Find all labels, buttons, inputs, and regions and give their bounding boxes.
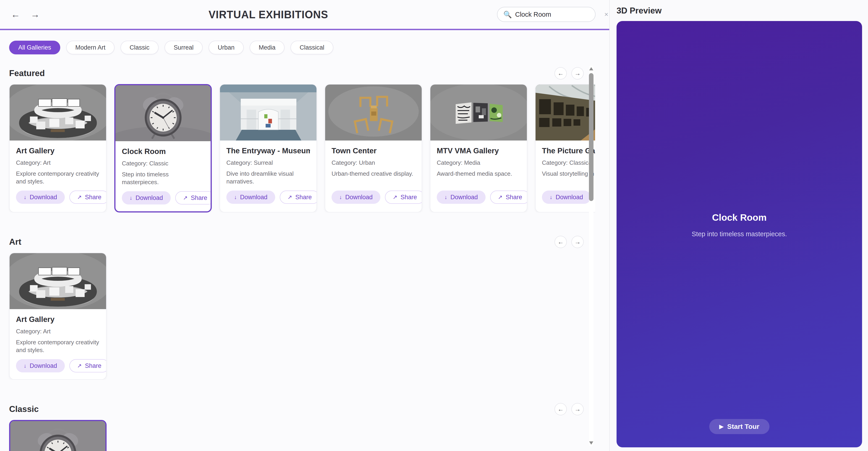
section-title: Featured bbox=[9, 68, 45, 78]
share-icon: ↗ bbox=[77, 194, 82, 200]
download-label: Download bbox=[30, 362, 57, 369]
share-button[interactable]: ↗ Share bbox=[385, 191, 422, 204]
preview-item-subtitle: Step into timeless masterpieces. bbox=[692, 230, 787, 238]
share-button[interactable]: ↗ Share bbox=[280, 191, 317, 204]
filter-chip-urban[interactable]: Urban bbox=[209, 41, 244, 54]
vertical-scrollbar[interactable] bbox=[589, 65, 593, 446]
filter-bar: All Galleries Modern Art Classic Surreal… bbox=[9, 41, 600, 54]
share-button[interactable]: ↗ Share bbox=[175, 191, 212, 204]
share-icon: ↗ bbox=[287, 194, 292, 200]
filter-chip-surreal[interactable]: Surreal bbox=[164, 41, 203, 54]
card-thumbnail-mtv-vma bbox=[430, 85, 527, 141]
download-button[interactable]: ↓ Download bbox=[122, 191, 171, 204]
card-description: Award-themed media space. bbox=[437, 170, 521, 188]
card-category: Category: Media bbox=[437, 159, 521, 166]
download-button[interactable]: ↓ Download bbox=[226, 191, 275, 204]
share-button[interactable]: ↗ Share bbox=[490, 191, 527, 204]
filter-chip-media[interactable]: Media bbox=[250, 41, 285, 54]
art-card-row: Art Gallery Category: Art Explore contem… bbox=[0, 253, 595, 380]
gallery-card-mtv-vma[interactable]: MTV VMA Gallery Category: Media Award-th… bbox=[430, 84, 527, 213]
scroll-down-icon[interactable] bbox=[589, 442, 593, 445]
gallery-card-entryway[interactable]: The Entryway - Museum D... Category: Sur… bbox=[219, 84, 317, 213]
download-icon: ↓ bbox=[24, 194, 27, 200]
download-icon: ↓ bbox=[130, 195, 132, 201]
section-classic: Classic ← → bbox=[0, 403, 609, 451]
carousel-prev-button[interactable]: ← bbox=[555, 67, 567, 80]
card-description: Dive into dreamlike visual narratives. bbox=[226, 170, 310, 188]
card-description: Urban-themed creative display. bbox=[332, 170, 415, 188]
start-tour-label: Start Tour bbox=[727, 423, 760, 430]
card-category: Category: Urban bbox=[332, 159, 415, 166]
download-button[interactable]: ↓ Download bbox=[16, 359, 65, 372]
filter-chip-classic[interactable]: Classic bbox=[121, 41, 159, 54]
section-art: Art ← → bbox=[0, 236, 609, 380]
gallery-card-picture-gallery[interactable]: The Picture Gallery Category: Classical … bbox=[535, 84, 595, 213]
filter-chip-all-galleries[interactable]: All Galleries bbox=[9, 41, 60, 54]
app-window: ← → VIRTUAL EXHIBITIONS 🔍 × All Gallerie… bbox=[0, 0, 868, 451]
preview-panel-title: 3D Preview bbox=[617, 6, 862, 16]
gallery-card-clock-room[interactable]: Clock Room Category: Classic Step into t… bbox=[114, 84, 212, 213]
filter-chip-modern-art[interactable]: Modern Art bbox=[66, 41, 115, 54]
gallery-card-art-gallery[interactable]: Art Gallery Category: Art Explore contem… bbox=[9, 253, 106, 380]
play-icon: ▶ bbox=[719, 423, 723, 430]
filter-chip-classical[interactable]: Classical bbox=[290, 41, 333, 54]
card-title: Town Center bbox=[332, 146, 415, 155]
share-label: Share bbox=[400, 194, 417, 201]
search-box[interactable]: 🔍 × bbox=[497, 7, 595, 22]
card-thumbnail-art-gallery bbox=[9, 85, 106, 141]
section-title: Classic bbox=[9, 404, 39, 414]
card-category: Category: Classic bbox=[122, 160, 204, 167]
carousel-next-button[interactable]: → bbox=[571, 403, 584, 415]
share-label: Share bbox=[85, 362, 101, 369]
share-icon: ↗ bbox=[183, 195, 188, 201]
carousel-next-button[interactable]: → bbox=[571, 67, 584, 80]
gallery-card-town-center[interactable]: Town Center Category: Urban Urban-themed… bbox=[325, 84, 422, 213]
download-button[interactable]: ↓ Download bbox=[542, 191, 591, 204]
classic-card-row: Clock Room Category: Classic Step into t… bbox=[0, 420, 595, 451]
carousel-prev-button[interactable]: ← bbox=[555, 403, 567, 415]
card-title: The Entryway - Museum D... bbox=[226, 146, 310, 155]
download-button[interactable]: ↓ Download bbox=[437, 191, 486, 204]
download-icon: ↓ bbox=[234, 194, 237, 200]
section-title: Art bbox=[9, 237, 21, 247]
carousel-next-button[interactable]: → bbox=[571, 236, 584, 248]
download-label: Download bbox=[240, 194, 268, 201]
card-title: Art Gallery bbox=[16, 146, 100, 155]
gallery-card-clock-room[interactable]: Clock Room Category: Classic Step into t… bbox=[9, 420, 106, 451]
share-label: Share bbox=[191, 194, 207, 201]
search-input[interactable] bbox=[515, 11, 601, 18]
share-label: Share bbox=[295, 194, 312, 201]
nav-forward-icon[interactable]: → bbox=[31, 9, 40, 20]
share-button[interactable]: ↗ Share bbox=[69, 191, 106, 204]
nav-back-icon[interactable]: ← bbox=[11, 9, 20, 20]
download-button[interactable]: ↓ Download bbox=[332, 191, 380, 204]
download-icon: ↓ bbox=[444, 194, 447, 200]
scrollbar-thumb[interactable] bbox=[589, 73, 593, 201]
download-label: Download bbox=[30, 194, 57, 201]
preview-stage[interactable]: Clock Room Step into timeless masterpiec… bbox=[617, 21, 862, 447]
card-thumbnail-picture-gallery bbox=[535, 85, 595, 141]
download-label: Download bbox=[556, 194, 583, 201]
card-thumbnail-entryway bbox=[220, 85, 316, 141]
page-title: VIRTUAL EXHIBITIONS bbox=[209, 8, 328, 21]
clear-search-icon[interactable]: × bbox=[604, 10, 608, 18]
start-tour-button[interactable]: ▶ Start Tour bbox=[709, 419, 769, 434]
card-category: Category: Art bbox=[16, 159, 100, 166]
card-thumbnail-art-gallery bbox=[9, 253, 106, 309]
download-button[interactable]: ↓ Download bbox=[16, 191, 65, 204]
card-category: Category: Classical bbox=[542, 159, 595, 166]
card-thumbnail-clock-room bbox=[10, 421, 105, 451]
download-label: Download bbox=[345, 194, 373, 201]
carousel-prev-button[interactable]: ← bbox=[555, 236, 567, 248]
card-thumbnail-town-center bbox=[325, 85, 422, 141]
card-title: The Picture Gallery bbox=[542, 146, 595, 155]
scroll-up-icon[interactable] bbox=[589, 67, 593, 71]
share-icon: ↗ bbox=[498, 194, 502, 200]
card-description: Step into timeless masterpieces. bbox=[122, 171, 204, 189]
download-label: Download bbox=[451, 194, 478, 201]
card-title: MTV VMA Gallery bbox=[437, 146, 521, 155]
share-button[interactable]: ↗ Share bbox=[69, 359, 106, 372]
card-thumbnail-clock-room bbox=[116, 85, 211, 141]
featured-card-row: Art Gallery Category: Art Explore contem… bbox=[0, 84, 595, 213]
gallery-card-art-gallery[interactable]: Art Gallery Category: Art Explore contem… bbox=[9, 84, 106, 213]
